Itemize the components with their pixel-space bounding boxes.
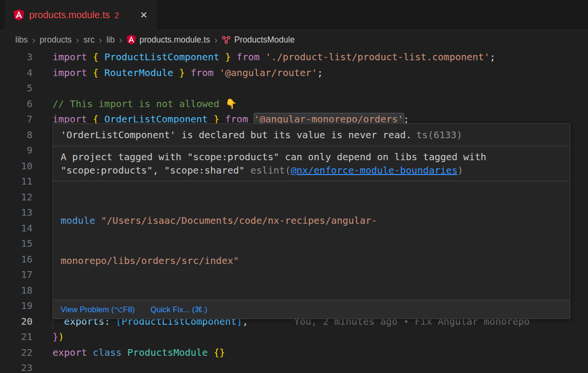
line-number[interactable]: 6 xyxy=(0,96,48,112)
code-token xyxy=(231,51,236,63)
code-token xyxy=(87,67,93,78)
code-token xyxy=(98,67,104,78)
angular-icon xyxy=(127,35,136,44)
code-line-6: 6// This import is not allowed 👇 xyxy=(0,96,588,112)
line-number[interactable]: 9 xyxy=(0,143,48,158)
hover-widget: 'OrderListComponent' is declared but its… xyxy=(53,123,570,319)
code-token: './product-list/product-list.component' xyxy=(266,51,490,63)
line-number[interactable]: 16 xyxy=(0,252,48,267)
code-token: from xyxy=(191,67,214,78)
line-number[interactable]: 19 xyxy=(0,298,48,314)
code-token: import xyxy=(53,67,87,78)
error-message-text: 'OrderListComponent' is declared but its… xyxy=(61,129,412,141)
code-token xyxy=(214,67,219,78)
code-token: // This import is not allowed xyxy=(53,98,225,110)
code-token: ProductsModule xyxy=(128,347,208,358)
hover-eslint-message: A project tagged with "scope:products" c… xyxy=(53,146,570,181)
angular-icon xyxy=(13,10,24,21)
tab-bar: products.module.ts 2 ✕ xyxy=(0,0,588,30)
line-number[interactable]: 20 xyxy=(0,314,48,329)
code-token xyxy=(185,67,191,78)
code-line-22: 22export class ProductsModule {} xyxy=(0,345,588,361)
close-icon[interactable]: ✕ xyxy=(138,10,150,21)
code-token: { xyxy=(93,67,98,78)
code-token xyxy=(87,347,93,358)
view-problem-action[interactable]: View Problem (⌥F8) xyxy=(61,305,135,314)
code-line-3: 3import { ProductListComponent } from '.… xyxy=(0,49,588,65)
code-token xyxy=(173,67,179,78)
code-token: '@angular/router' xyxy=(219,67,317,78)
line-number[interactable]: 18 xyxy=(0,283,48,298)
module-symbol-icon xyxy=(222,35,231,44)
code-token: } xyxy=(53,331,58,342)
code-token: ProductListComponent xyxy=(104,51,219,63)
line-number[interactable]: 21 xyxy=(0,329,48,345)
line-content[interactable]: import { ProductListComponent } from './… xyxy=(48,49,588,65)
hover-ts-message: 'OrderListComponent' is declared but its… xyxy=(53,124,570,146)
hover-status-bar: View Problem (⌥F8) Quick Fix... (⌘.) xyxy=(53,300,570,318)
code-token xyxy=(87,51,93,63)
error-source: ts(6133) xyxy=(417,129,462,141)
code-line-23: 23 xyxy=(0,360,588,373)
chevron-right-icon: › xyxy=(32,35,35,44)
code-token: from xyxy=(236,51,259,63)
line-number[interactable]: 13 xyxy=(0,205,48,220)
line-content[interactable]: export class ProductsModule {} xyxy=(48,345,588,361)
line-number[interactable]: 7 xyxy=(0,111,48,127)
quick-fix-action[interactable]: Quick Fix... (⌘.) xyxy=(150,305,207,314)
code-token: import xyxy=(53,51,87,63)
line-number[interactable]: 14 xyxy=(0,220,48,236)
code-token xyxy=(122,347,128,358)
line-number[interactable]: 5 xyxy=(0,80,48,96)
code-token: } xyxy=(225,51,231,63)
hover-module-info: module "/Users/isaac/Documents/code/nx-r… xyxy=(53,181,570,300)
breadcrumb-item-libs[interactable]: libs xyxy=(15,35,28,45)
chevron-right-icon: › xyxy=(119,35,122,44)
breadcrumb-item-src[interactable]: src xyxy=(84,35,95,45)
code-line-4: 4import { RouterModule } from '@angular/… xyxy=(0,65,588,81)
code-token xyxy=(208,347,214,358)
line-content[interactable] xyxy=(48,360,588,373)
code-token xyxy=(260,51,266,63)
code-token: { xyxy=(93,51,98,63)
line-number[interactable]: 3 xyxy=(0,49,48,65)
line-number[interactable]: 12 xyxy=(0,189,48,205)
line-content[interactable]: }) xyxy=(48,329,588,345)
code-line-5: 5 xyxy=(0,80,588,96)
line-content[interactable]: import { RouterModule } from '@angular/r… xyxy=(48,65,588,81)
code-token xyxy=(219,51,225,63)
breadcrumb-item-lib[interactable]: lib xyxy=(107,35,115,45)
chevron-right-icon: › xyxy=(76,35,79,44)
eslint-rule-link[interactable]: @nx/enforce-module-boundaries xyxy=(291,165,458,176)
line-content[interactable]: // This import is not allowed 👇 xyxy=(48,96,588,112)
line-number[interactable]: 15 xyxy=(0,236,48,252)
line-content[interactable] xyxy=(48,80,588,96)
code-token: 👇 xyxy=(225,98,237,110)
line-number[interactable]: 8 xyxy=(0,127,48,143)
breadcrumb: libs › products › src › lib › products.m… xyxy=(0,30,588,49)
eslint-message-line1: A project tagged with "scope:products" c… xyxy=(61,150,562,164)
tab-products-module[interactable]: products.module.ts 2 ✕ xyxy=(5,0,157,30)
chevron-right-icon: › xyxy=(99,35,102,44)
code-token: } xyxy=(179,67,185,78)
code-token: export xyxy=(53,347,87,358)
tab-title: products.module.ts xyxy=(29,10,110,21)
breadcrumb-item-symbol[interactable]: ProductsModule xyxy=(222,35,294,45)
line-number[interactable]: 23 xyxy=(0,360,48,373)
line-number[interactable]: 17 xyxy=(0,267,48,283)
line-number[interactable]: 10 xyxy=(0,158,48,174)
line-number[interactable]: 22 xyxy=(0,345,48,361)
line-number[interactable]: 11 xyxy=(0,174,48,189)
breadcrumb-item-products[interactable]: products xyxy=(40,35,72,45)
line-number[interactable]: 4 xyxy=(0,65,48,81)
chevron-right-icon: › xyxy=(214,35,218,44)
code-token xyxy=(98,51,104,63)
code-token: ; xyxy=(317,67,323,78)
code-line-21: 21}) xyxy=(0,329,588,345)
breadcrumb-item-file[interactable]: products.module.ts xyxy=(127,35,210,45)
code-token: class xyxy=(93,347,121,358)
code-token: ; xyxy=(490,51,495,63)
module-keyword: module xyxy=(61,215,95,226)
code-token: RouterModule xyxy=(104,67,173,78)
eslint-message-line2: "scope:products", "scope:shared" eslint(… xyxy=(61,164,562,177)
